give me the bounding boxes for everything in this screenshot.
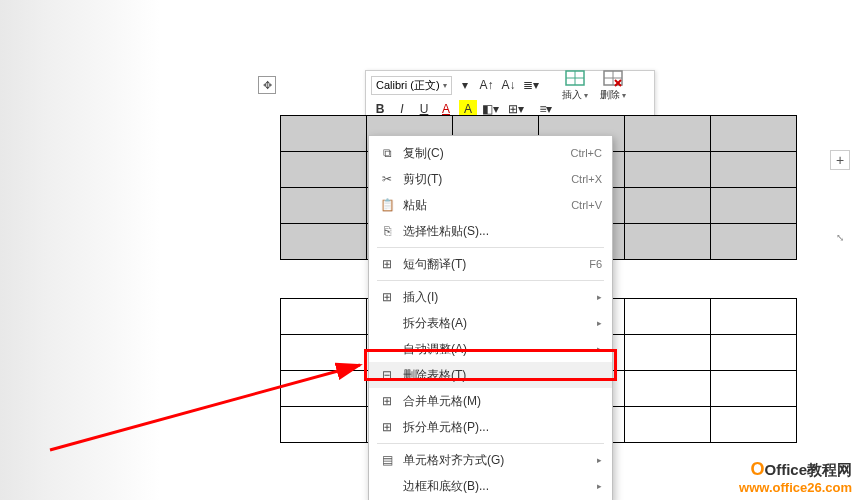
chevron-right-icon: ▸: [597, 455, 602, 465]
chevron-down-icon: ▾: [443, 81, 447, 90]
menu-borders-shading[interactable]: 边框和底纹(B)... ▸: [369, 473, 612, 499]
menu-shortcut: Ctrl+C: [571, 147, 602, 159]
menu-insert[interactable]: ⊞ 插入(I) ▸: [369, 284, 612, 310]
delete-table-button[interactable]: 删除▾: [598, 70, 628, 102]
menu-translate[interactable]: ⊞ 短句翻译(T) F6: [369, 251, 612, 277]
menu-shortcut: Ctrl+V: [571, 199, 602, 211]
watermark-url: www.office26.com: [739, 480, 852, 496]
menu-shortcut: F6: [589, 258, 602, 270]
menu-copy[interactable]: ⧉ 复制(C) Ctrl+C: [369, 140, 612, 166]
insert-table-button[interactable]: 插入▾: [560, 70, 590, 102]
align-icon: ▤: [377, 453, 397, 467]
menu-paste[interactable]: 📋 粘贴 Ctrl+V: [369, 192, 612, 218]
menu-label: 删除表格(T): [397, 367, 602, 384]
menu-label: 选择性粘贴(S)...: [397, 223, 602, 240]
line-spacing-icon[interactable]: ≣▾: [522, 76, 540, 94]
brand-cn: 教程网: [807, 461, 852, 478]
cut-icon: ✂: [377, 172, 397, 186]
menu-merge-cells[interactable]: ⊞ 合并单元格(M): [369, 388, 612, 414]
copy-icon: ⧉: [377, 146, 397, 160]
page-shadow: [0, 0, 160, 500]
chevron-down-icon: ▾: [584, 91, 588, 100]
menu-label: 插入(I): [397, 289, 597, 306]
menu-cell-align[interactable]: ▤ 单元格对齐方式(G) ▸: [369, 447, 612, 473]
menu-delete-table[interactable]: ⊟ 删除表格(T): [369, 362, 612, 388]
table-insert-icon: [565, 70, 585, 88]
chevron-down-icon: ▾: [622, 91, 626, 100]
chevron-right-icon: ▸: [597, 481, 602, 491]
paste-icon: 📋: [377, 198, 397, 212]
font-name-label: Calibri (正文): [376, 78, 440, 93]
insert-icon: ⊞: [377, 290, 397, 304]
menu-split-table[interactable]: 拆分表格(A) ▸: [369, 310, 612, 336]
menu-label: 单元格对齐方式(G): [397, 452, 597, 469]
menu-label: 拆分表格(A): [397, 315, 597, 332]
shrink-font-icon[interactable]: A↓: [500, 76, 518, 94]
logo-icon: O: [750, 459, 764, 479]
table-delete-icon: [603, 70, 623, 88]
menu-label: 粘贴: [397, 197, 571, 214]
insert-label: 插入: [562, 88, 582, 102]
resize-handle-icon[interactable]: ⤡: [836, 232, 850, 246]
watermark: OOffice教程网 www.office26.com: [739, 459, 852, 496]
chevron-right-icon: ▸: [597, 318, 602, 328]
font-size-dropdown[interactable]: ▾: [456, 76, 474, 94]
menu-label: 边框和底纹(B)...: [397, 478, 597, 495]
menu-label: 合并单元格(M): [397, 393, 602, 410]
translate-icon: ⊞: [377, 257, 397, 271]
menu-separator: [377, 280, 604, 281]
menu-separator: [377, 443, 604, 444]
table-move-handle[interactable]: ✥: [258, 76, 276, 94]
context-menu: ⧉ 复制(C) Ctrl+C ✂ 剪切(T) Ctrl+X 📋 粘贴 Ctrl+…: [368, 135, 613, 500]
paste-special-icon: ⎘: [377, 224, 397, 238]
menu-shortcut: Ctrl+X: [571, 173, 602, 185]
menu-separator: [377, 247, 604, 248]
menu-label: 复制(C): [397, 145, 571, 162]
chevron-right-icon: ▸: [597, 344, 602, 354]
add-column-button[interactable]: +: [830, 150, 850, 170]
delete-label: 删除: [600, 88, 620, 102]
chevron-right-icon: ▸: [597, 292, 602, 302]
menu-cut[interactable]: ✂ 剪切(T) Ctrl+X: [369, 166, 612, 192]
menu-label: 短句翻译(T): [397, 256, 589, 273]
split-icon: ⊞: [377, 420, 397, 434]
brand-text: Office: [764, 461, 807, 478]
delete-table-icon: ⊟: [377, 368, 397, 382]
menu-label: 剪切(T): [397, 171, 571, 188]
menu-label: 自动调整(A): [397, 341, 597, 358]
menu-paste-special[interactable]: ⎘ 选择性粘贴(S)...: [369, 218, 612, 244]
menu-label: 拆分单元格(P)...: [397, 419, 602, 436]
merge-icon: ⊞: [377, 394, 397, 408]
menu-autofit[interactable]: 自动调整(A) ▸: [369, 336, 612, 362]
font-name-dropdown[interactable]: Calibri (正文) ▾: [371, 76, 452, 95]
menu-split-cells[interactable]: ⊞ 拆分单元格(P)...: [369, 414, 612, 440]
grow-font-icon[interactable]: A↑: [478, 76, 496, 94]
